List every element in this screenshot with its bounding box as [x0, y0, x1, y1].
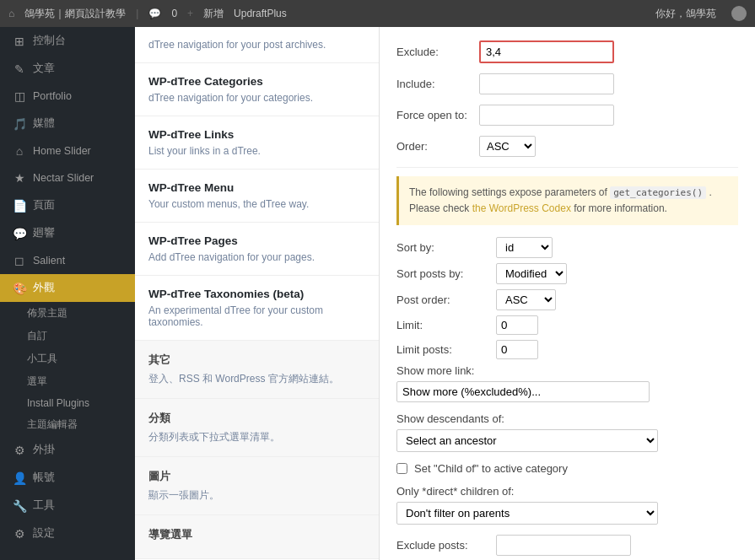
- descendants-label: Show descendants of:: [396, 412, 738, 425]
- descendants-row: Show descendants of: Select an ancestor: [396, 412, 738, 452]
- exclude-posts-label: Exclude posts:: [396, 539, 489, 552]
- new-label[interactable]: 新增: [203, 7, 224, 21]
- submenu-themes[interactable]: 佈景主題: [0, 302, 135, 325]
- plugin-item-other[interactable]: 其它 登入、RSS 和 WordPress 官方網站連結。: [135, 341, 379, 399]
- code-text: get_categories(): [610, 186, 706, 199]
- plugin-desc: List your links in a dTree.: [148, 145, 365, 157]
- sep: |: [136, 8, 138, 19]
- sidebar-item-label: 設定: [33, 526, 55, 541]
- plugin-desc: Your custom menus, the dTree way.: [148, 198, 365, 210]
- plugin-title: WP-dTree Links: [148, 128, 365, 141]
- sidebar-item-label: Home Slider: [33, 145, 91, 157]
- sidebar-item-tools[interactable]: 🔧 工具: [0, 492, 135, 520]
- exclude-label: Exclude:: [396, 46, 472, 58]
- submenu-menus[interactable]: 選單: [0, 370, 135, 393]
- plugin-desc: 顯示一張圖片。: [148, 488, 365, 503]
- sort-posts-by-label: Sort posts by:: [396, 267, 489, 280]
- sidebar-item-posts[interactable]: ✎ 文章: [0, 55, 135, 83]
- include-input[interactable]: [479, 73, 614, 94]
- salient-icon: ◻: [13, 254, 26, 267]
- sidebar-item-media[interactable]: 🎵 媒體: [0, 110, 135, 137]
- sidebar-item-label: 外觀: [33, 281, 55, 295]
- plugin-title: WP-dTree Categories: [148, 75, 365, 88]
- sep2: +: [187, 8, 193, 19]
- submenu-install-plugins[interactable]: Install Plugins: [0, 393, 135, 413]
- post-order-select[interactable]: ASC DESC: [496, 289, 556, 310]
- sidebar-item-label: 控制台: [33, 34, 66, 48]
- submenu-customize[interactable]: 自訂: [0, 325, 135, 347]
- comments-icon[interactable]: 💬: [148, 8, 161, 19]
- include-label: Include:: [396, 78, 472, 90]
- plugin-item-categories[interactable]: WP-dTree Categories dTree navigation for…: [135, 63, 379, 116]
- show-more-input[interactable]: [396, 381, 650, 402]
- admin-menu: ⊞ 控制台 ✎ 文章 ◫ Portfolio 🎵 媒體 ⌂ Home Slide…: [0, 27, 135, 560]
- sort-by-label: Sort by:: [396, 241, 489, 254]
- sidebar-item-home-slider[interactable]: ⌂ Home Slider: [0, 137, 135, 164]
- post-order-row: Post order: ASC DESC: [396, 289, 738, 310]
- greeting: 你好，鴿學苑: [655, 7, 716, 21]
- sidebar-item-portfolio[interactable]: ◫ Portfolio: [0, 83, 135, 110]
- sidebar-item-appearance[interactable]: 🎨 外觀: [0, 274, 135, 302]
- limit-posts-input[interactable]: [496, 340, 538, 359]
- site-name[interactable]: 鴿學苑｜網頁設計教學: [24, 7, 126, 21]
- plugin-item-pages[interactable]: WP-dTree Pages Add dTree navigation for …: [135, 223, 379, 276]
- descendants-select[interactable]: Select an ancestor: [396, 429, 658, 452]
- plugin-desc: dTree navigation for your post archives.: [148, 39, 365, 51]
- sidebar-item-accounts[interactable]: 👤 帳號: [0, 464, 135, 492]
- order-label: Order:: [396, 140, 472, 153]
- plugin-item-image[interactable]: 圖片 顯示一張圖片。: [135, 457, 379, 515]
- sort-by-select[interactable]: id name slug count: [496, 237, 553, 258]
- limit-input[interactable]: [496, 315, 538, 335]
- order-row: Order: ASC DESC: [396, 136, 738, 157]
- sidebar-item-nectar-slider[interactable]: ★ Nectar Slider: [0, 164, 135, 191]
- tools-icon: 🔧: [13, 499, 26, 513]
- force-open-row: Force open to:: [396, 105, 738, 126]
- sidebar-item-label: 帳號: [33, 471, 55, 485]
- pages-icon: 📄: [13, 199, 26, 213]
- comments-icon: 💬: [13, 227, 26, 240]
- limit-row: Limit:: [396, 315, 738, 335]
- submenu-widgets[interactable]: 小工具: [0, 347, 135, 370]
- plugin-desc: dTree navigation for your categories.: [148, 92, 365, 104]
- exclude-posts-row: Exclude posts:: [396, 535, 738, 556]
- dashboard-icon: ⊞: [13, 35, 26, 48]
- plugin-item-taxonomies[interactable]: WP-dTree Taxonomies (beta) An experiment…: [135, 276, 379, 341]
- plugin-item-menu[interactable]: WP-dTree Menu Your custom menus, the dTr…: [135, 170, 379, 223]
- exclude-input[interactable]: [479, 40, 614, 63]
- include-row: Include:: [396, 73, 738, 94]
- sidebar-item-settings[interactable]: ⚙ 設定: [0, 520, 135, 547]
- sidebar-item-dashboard[interactable]: ⊞ 控制台: [0, 27, 135, 55]
- sidebar-item-pages[interactable]: 📄 頁面: [0, 191, 135, 219]
- submenu-theme-editor[interactable]: 主題編輯器: [0, 413, 135, 436]
- order-select[interactable]: ASC DESC: [479, 136, 536, 157]
- sidebar-item-comments[interactable]: 💬 廻響: [0, 219, 135, 247]
- sidebar-item-label: 文章: [33, 62, 55, 76]
- plugin-desc: 分類列表或下拉式選單清單。: [148, 430, 365, 444]
- plugin-desc: 登入、RSS 和 WordPress 官方網站連結。: [148, 372, 365, 386]
- nectar-icon: ★: [13, 171, 26, 185]
- settings-panel: Exclude: Include: Force open to: Order: …: [380, 27, 755, 560]
- sidebar-item-label: Salient: [33, 255, 65, 267]
- home-icon[interactable]: ⌂: [8, 8, 14, 19]
- divider1: [396, 167, 738, 168]
- updraft-label[interactable]: UpdraftPlus: [234, 8, 287, 19]
- exclude-posts-input[interactable]: [496, 535, 631, 556]
- plugin-item-nav-menu[interactable]: 導覽選單: [135, 515, 379, 559]
- admin-bar: ⌂ 鴿學苑｜網頁設計教學 | 💬 0 + 新增 UpdraftPlus 你好，鴿…: [0, 0, 755, 27]
- set-child-checkbox[interactable]: [396, 463, 407, 474]
- plugins-icon: ⚙: [13, 444, 26, 457]
- codex-link[interactable]: the WordPress Codex: [472, 202, 571, 214]
- sidebar-item-plugins[interactable]: ⚙ 外掛: [0, 436, 135, 464]
- only-children-row: Only *direct* children of: Don't filter …: [396, 485, 738, 525]
- sidebar-item-salient[interactable]: ◻ Salient: [0, 247, 135, 274]
- set-child-row: Set "Child of" to active category: [396, 462, 738, 475]
- plugin-item-categories2[interactable]: 分類 分類列表或下拉式選單清單。: [135, 399, 379, 457]
- plugin-title: 圖片: [148, 469, 365, 484]
- set-child-label[interactable]: Set "Child of" to active category: [414, 462, 568, 475]
- sort-posts-by-select[interactable]: Modified Date Title Author: [496, 263, 567, 284]
- only-children-select[interactable]: Don't filter on parents: [396, 502, 658, 525]
- plugin-item-post-archives[interactable]: dTree navigation for your post archives.: [135, 27, 379, 63]
- force-open-input[interactable]: [479, 105, 614, 126]
- plugin-item-links[interactable]: WP-dTree Links List your links in a dTre…: [135, 116, 379, 170]
- sort-posts-by-row: Sort posts by: Modified Date Title Autho…: [396, 263, 738, 284]
